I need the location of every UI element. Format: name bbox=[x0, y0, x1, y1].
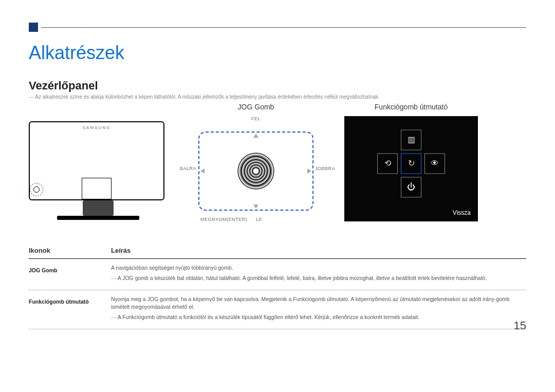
table-row: Funkciógomb útmutató Nyomja meg a JOG go… bbox=[29, 290, 526, 329]
arrow-left-icon bbox=[200, 169, 205, 174]
monitor-foot bbox=[57, 216, 139, 220]
table-row: JOG Gomb A navigációban segítséget nyújt… bbox=[29, 259, 526, 290]
osd-panel: ▥ ⟲ ↻ 👁 ⏻ Vissza bbox=[344, 116, 478, 221]
osd-power-icon: ⏻ bbox=[401, 177, 421, 197]
description-table: Ikonok Leírás JOG Gomb A navigációban se… bbox=[29, 242, 526, 329]
osd-back-label: Vissza bbox=[453, 209, 471, 216]
jog-figure: JOG Gomb FEL LE BALRA JOBBRA MEGNYOM(ENT… bbox=[188, 103, 324, 224]
arrow-down-icon bbox=[253, 204, 258, 209]
osd-source-icon: ⟲ bbox=[377, 153, 398, 174]
jog-label-down: LE bbox=[256, 217, 262, 222]
disclaimer-text: Az alkatrészek színe és alakja különbözh… bbox=[29, 94, 526, 101]
header-rule bbox=[29, 23, 526, 32]
jog-label-up: FEL bbox=[251, 116, 261, 121]
section-heading: Alkatrészek bbox=[29, 42, 526, 64]
subsection-heading: Vezérlőpanel bbox=[29, 79, 526, 92]
row-text: A Funkciógomb útmutató a funkciótól és a… bbox=[111, 313, 526, 322]
row-icon-label: Funkciógomb útmutató bbox=[29, 295, 106, 305]
monitor-illustration: SAMSUNG bbox=[29, 121, 168, 224]
manual-page: Alkatrészek Vezérlőpanel Az alkatrészek … bbox=[0, 0, 555, 340]
arrow-right-icon bbox=[307, 169, 311, 174]
header-desc: Leírás bbox=[111, 247, 526, 254]
jog-label-left: BALRA bbox=[180, 166, 196, 171]
jog-dial-icon bbox=[237, 153, 274, 190]
osd-grid: ▥ ⟲ ↻ 👁 ⏻ bbox=[377, 129, 445, 197]
jog-label-press: MEGNYOM(ENTER) bbox=[200, 217, 247, 222]
jog-location-marker-icon bbox=[30, 183, 43, 196]
row-text: A navigációban segítséget nyújtó többirá… bbox=[111, 264, 526, 272]
osd-menu-icon: ▥ bbox=[401, 129, 421, 150]
jog-label-right: JOBBRA bbox=[315, 166, 335, 171]
monitor-brand: SAMSUNG bbox=[83, 125, 110, 130]
osd-title: Funkciógomb útmutató bbox=[375, 103, 448, 111]
header-marker bbox=[29, 23, 38, 32]
row-icon-label: JOG Gomb bbox=[29, 264, 106, 273]
page-number: 15 bbox=[514, 319, 526, 332]
jog-title: JOG Gomb bbox=[238, 103, 274, 111]
row-desc: A navigációban segítséget nyújtó többirá… bbox=[111, 264, 526, 285]
row-text: Nyomja meg a JOG gombot, ha a képernyő b… bbox=[111, 295, 526, 312]
monitor-stand-neck bbox=[82, 178, 112, 199]
row-desc: Nyomja meg a JOG gombot, ha a képernyő b… bbox=[111, 295, 526, 324]
monitor-stand bbox=[83, 200, 114, 216]
monitor-body: SAMSUNG bbox=[29, 121, 164, 200]
figure-row: SAMSUNG JOG Gomb FEL LE bbox=[29, 103, 526, 224]
jog-diagram bbox=[198, 132, 313, 211]
header-icons: Ikonok bbox=[29, 247, 106, 254]
monitor-figure: SAMSUNG bbox=[29, 103, 168, 224]
table-header: Ikonok Leírás bbox=[29, 242, 526, 259]
osd-eye-icon: 👁 bbox=[424, 153, 445, 174]
header-line bbox=[41, 27, 526, 28]
arrow-up-icon bbox=[253, 134, 258, 138]
osd-refresh-icon: ↻ bbox=[401, 153, 421, 174]
row-text: A JOG gomb a készülék bal oldalán, hátul… bbox=[111, 274, 526, 283]
osd-figure: Funkciógomb útmutató ▥ ⟲ ↻ 👁 ⏻ Vissza bbox=[344, 103, 478, 224]
